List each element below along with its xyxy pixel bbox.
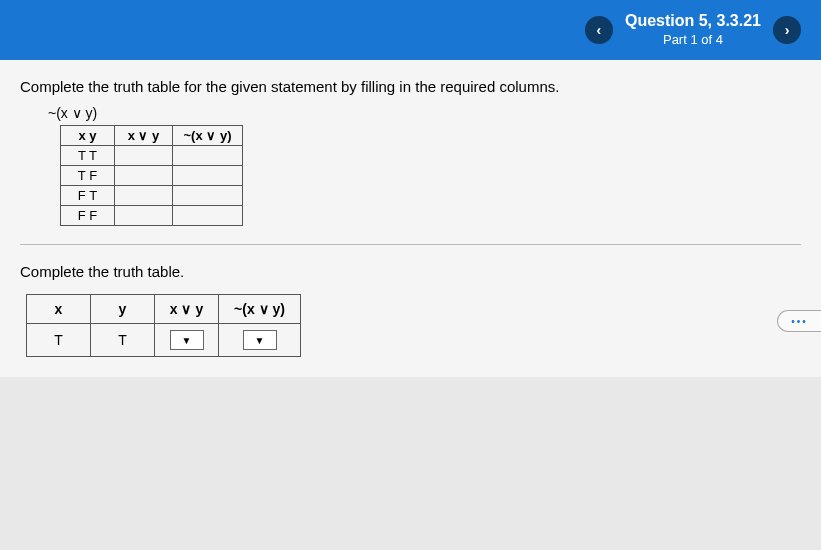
- answer-truth-table: x y x ∨ y ~(x ∨ y) T T: [26, 294, 301, 357]
- ref-row: F T: [61, 186, 243, 206]
- ref-th-neg: ~(x ∨ y): [173, 126, 243, 146]
- ans-cell-neg: [219, 324, 301, 357]
- more-options-button[interactable]: •••: [777, 310, 821, 332]
- ref-cell-neg: [173, 166, 243, 186]
- ref-cell-xy: F T: [61, 186, 115, 206]
- neg-dropdown[interactable]: [243, 330, 277, 350]
- ref-cell-xy: T F: [61, 166, 115, 186]
- ref-cell-neg: [173, 146, 243, 166]
- statement-expression: ~(x ∨ y): [48, 105, 801, 121]
- main-instruction: Complete the truth table for the given s…: [20, 78, 801, 95]
- reference-truth-table: x y x ∨ y ~(x ∨ y) T T T F F T F F: [60, 125, 243, 226]
- ans-cell-y: T: [91, 324, 155, 357]
- ans-th-or: x ∨ y: [155, 295, 219, 324]
- ans-th-y: y: [91, 295, 155, 324]
- sub-instruction: Complete the truth table.: [20, 263, 801, 280]
- next-question-button[interactable]: ›: [773, 16, 801, 44]
- ans-cell-x: T: [27, 324, 91, 357]
- ref-cell-neg: [173, 206, 243, 226]
- ref-row: F F: [61, 206, 243, 226]
- question-part: Part 1 of 4: [625, 32, 761, 49]
- ref-row: T T: [61, 146, 243, 166]
- ref-cell-xy: T T: [61, 146, 115, 166]
- ans-row: T T: [27, 324, 301, 357]
- ref-cell-xy: F F: [61, 206, 115, 226]
- question-title: Question 5, 3.3.21: [625, 11, 761, 32]
- ref-cell-or: [115, 166, 173, 186]
- ref-cell-or: [115, 146, 173, 166]
- ref-row: T F: [61, 166, 243, 186]
- section-divider: [20, 244, 801, 245]
- ref-cell-neg: [173, 186, 243, 206]
- content-area: Complete the truth table for the given s…: [0, 60, 821, 377]
- ans-th-x: x: [27, 295, 91, 324]
- ans-cell-or: [155, 324, 219, 357]
- question-info: Question 5, 3.3.21 Part 1 of 4: [625, 11, 761, 49]
- or-dropdown[interactable]: [170, 330, 204, 350]
- question-header: ‹ Question 5, 3.3.21 Part 1 of 4 ›: [0, 0, 821, 60]
- prev-question-button[interactable]: ‹: [585, 16, 613, 44]
- ref-th-or: x ∨ y: [115, 126, 173, 146]
- ref-cell-or: [115, 206, 173, 226]
- ref-cell-or: [115, 186, 173, 206]
- ref-th-xy: x y: [61, 126, 115, 146]
- ans-th-neg: ~(x ∨ y): [219, 295, 301, 324]
